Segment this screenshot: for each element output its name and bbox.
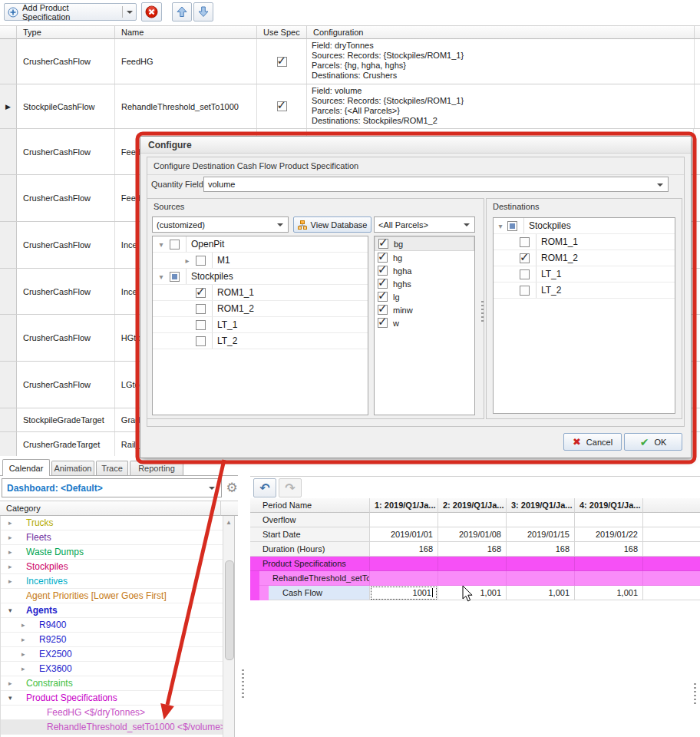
parcel-checkbox[interactable] bbox=[378, 292, 388, 302]
expand-icon[interactable]: ▸ bbox=[21, 621, 25, 629]
tree-item-feedhg-spec[interactable]: FeedHG <$/dryTonnes> bbox=[1, 706, 223, 720]
tree-checkbox[interactable] bbox=[520, 253, 530, 263]
column-header-period-1[interactable]: 1: 2019/Q1/Ja... bbox=[370, 498, 438, 513]
tab-reporting[interactable]: Reporting bbox=[130, 461, 183, 475]
cell-value[interactable]: 168 bbox=[370, 542, 438, 557]
product-specifications-group-row[interactable]: Product Specifications bbox=[250, 557, 700, 571]
parcel-checkbox[interactable] bbox=[378, 253, 388, 263]
panel-splitter-handle[interactable] bbox=[481, 301, 484, 322]
tree-item-rom1-1[interactable]: ROM1_1 bbox=[153, 285, 368, 301]
cell-value[interactable]: 168 bbox=[438, 542, 507, 557]
dashboard-selector[interactable]: Dashboard: <Default> bbox=[2, 478, 222, 497]
parcel-item[interactable]: bg bbox=[375, 236, 474, 251]
tree-item-agent-priorities[interactable]: Agent Priorities [Lower Goes First] bbox=[1, 589, 223, 603]
cell-value[interactable] bbox=[370, 513, 438, 527]
tree-checkbox[interactable] bbox=[196, 336, 206, 346]
collapse-icon[interactable]: ▾ bbox=[8, 694, 12, 702]
column-header-period-4[interactable]: 4: 2019/Q1/Ja... bbox=[575, 498, 643, 513]
use-spec-checkbox[interactable] bbox=[277, 57, 287, 67]
tree-item-lt-2[interactable]: LT_2 bbox=[494, 283, 675, 299]
cancel-button[interactable]: ✖ Cancel bbox=[563, 433, 622, 451]
expand-icon[interactable]: ▸ bbox=[21, 650, 25, 658]
expand-icon[interactable]: ▸ bbox=[8, 679, 12, 687]
expand-icon[interactable]: ▸ bbox=[8, 577, 12, 585]
tree-item-product-specifications[interactable]: ▾Product Specifications bbox=[1, 691, 223, 706]
table-row[interactable]: CrusherCashFlow FeedHG Field: dryTonnes … bbox=[0, 39, 700, 84]
inline-editor[interactable]: 1001 bbox=[371, 587, 437, 600]
quantity-field-combobox[interactable]: volume bbox=[203, 177, 669, 192]
tree-item-m1[interactable]: ▸ M1 bbox=[153, 253, 368, 269]
delete-button[interactable] bbox=[141, 2, 162, 21]
move-down-button[interactable] bbox=[193, 2, 213, 21]
cell-value[interactable]: 1,001 bbox=[575, 586, 643, 600]
tree-item-rehandle-spec-selected[interactable]: RehandleThreshold_setTo1000 <$/volume> bbox=[1, 720, 223, 735]
column-header-configuration[interactable]: Configuration bbox=[307, 25, 695, 39]
redo-button-disabled[interactable]: ↷ bbox=[279, 478, 302, 497]
view-database-button[interactable]: View Database bbox=[293, 216, 371, 233]
column-header-period-3[interactable]: 3: 2019/Q1/Ja... bbox=[507, 498, 575, 513]
tree-checkbox[interactable] bbox=[196, 256, 206, 266]
collapse-icon[interactable]: ▾ bbox=[8, 606, 12, 614]
parcels-filter-combobox[interactable]: <All Parcels> bbox=[374, 216, 475, 233]
expand-icon[interactable]: ▸ bbox=[8, 548, 12, 556]
start-date-row[interactable]: Start Date 2019/01/01 2019/01/08 2019/01… bbox=[250, 527, 700, 542]
undo-button[interactable]: ↶ bbox=[253, 478, 276, 497]
parcel-item[interactable]: hghs bbox=[375, 277, 474, 290]
tab-calendar[interactable]: Calendar bbox=[2, 459, 50, 476]
tree-checkbox[interactable] bbox=[196, 320, 206, 330]
cell-value[interactable]: 2019/01/08 bbox=[438, 527, 507, 542]
tree-item-waste-dumps[interactable]: ▸Waste Dumps bbox=[1, 545, 223, 560]
cell-value[interactable] bbox=[575, 513, 643, 527]
collapse-icon[interactable]: ▾ bbox=[156, 240, 167, 249]
column-header-period-name[interactable]: Period Name bbox=[250, 498, 370, 513]
tree-checkbox[interactable] bbox=[196, 304, 206, 314]
cell-value[interactable]: 2019/01/22 bbox=[575, 527, 643, 542]
ok-button[interactable]: ✔ OK bbox=[624, 433, 682, 451]
parcel-checkbox[interactable] bbox=[378, 318, 388, 328]
parcel-checkbox[interactable] bbox=[378, 266, 388, 276]
cell-value[interactable]: 2019/01/15 bbox=[507, 527, 575, 542]
table-row-selected[interactable]: ▶ StockpileCashFlow RehandleThreshold_se… bbox=[0, 84, 700, 129]
expand-icon[interactable]: ▸ bbox=[8, 534, 12, 541]
tree-checkbox[interactable] bbox=[170, 240, 180, 250]
add-product-specification-button[interactable]: Add Product Specification bbox=[4, 3, 137, 21]
tree-item-stockpiles[interactable]: ▸Stockpiles bbox=[1, 560, 223, 574]
tree-item-ex3600[interactable]: ▸EX3600 bbox=[1, 662, 223, 676]
tree-item-lt-1[interactable]: LT_1 bbox=[494, 266, 675, 283]
cell-value[interactable] bbox=[438, 513, 507, 527]
parcel-item[interactable]: hgha bbox=[375, 264, 474, 277]
tree-checkbox[interactable] bbox=[520, 286, 530, 296]
column-header-use-spec[interactable]: Use Spec bbox=[257, 25, 307, 39]
cell-value[interactable]: 168 bbox=[507, 542, 575, 557]
tree-item-r9400[interactable]: ▸R9400 bbox=[1, 618, 223, 633]
tree-item-ex2500[interactable]: ▸EX2500 bbox=[1, 647, 223, 662]
parcel-checkbox[interactable] bbox=[378, 239, 388, 249]
overflow-row[interactable]: Overflow bbox=[250, 513, 700, 527]
column-header-type[interactable]: Type bbox=[17, 25, 115, 39]
tree-checkbox[interactable] bbox=[520, 269, 530, 279]
cell-value-editing[interactable]: 1001 bbox=[370, 586, 438, 600]
expand-icon[interactable]: ▸ bbox=[8, 563, 12, 570]
tree-item-trucks[interactable]: ▸Trucks bbox=[1, 516, 223, 530]
move-up-button[interactable] bbox=[172, 2, 192, 21]
tree-item-stockpiles[interactable]: ▾ Stockpiles bbox=[153, 269, 368, 285]
parcel-checkbox[interactable] bbox=[378, 305, 388, 315]
tree-item-stockpiles[interactable]: ▾ Stockpiles bbox=[494, 218, 675, 234]
parcel-item[interactable]: minw bbox=[375, 303, 474, 316]
scrollbar-up-icon[interactable]: ▲ bbox=[223, 516, 234, 526]
column-header-name[interactable]: Name bbox=[115, 25, 257, 39]
tree-item-r9250[interactable]: ▸R9250 bbox=[1, 633, 223, 647]
tab-trace[interactable]: Trace bbox=[96, 461, 128, 475]
cell-value[interactable] bbox=[507, 513, 575, 527]
tree-checkbox-partial[interactable] bbox=[170, 272, 180, 282]
parcel-item[interactable]: hg bbox=[375, 251, 474, 264]
scrollbar-thumb[interactable] bbox=[225, 560, 234, 660]
tree-item-fleets[interactable]: ▸Fleets bbox=[1, 530, 223, 545]
cell-value[interactable]: 1,001 bbox=[507, 586, 575, 600]
expand-icon[interactable]: ▸ bbox=[182, 256, 193, 265]
column-header-category[interactable]: Category bbox=[0, 501, 221, 516]
tree-checkbox-partial[interactable] bbox=[507, 221, 517, 231]
right-edge-splitter-handle[interactable] bbox=[694, 683, 696, 706]
tree-checkbox[interactable] bbox=[196, 288, 206, 298]
parcel-checkbox[interactable] bbox=[378, 279, 388, 289]
